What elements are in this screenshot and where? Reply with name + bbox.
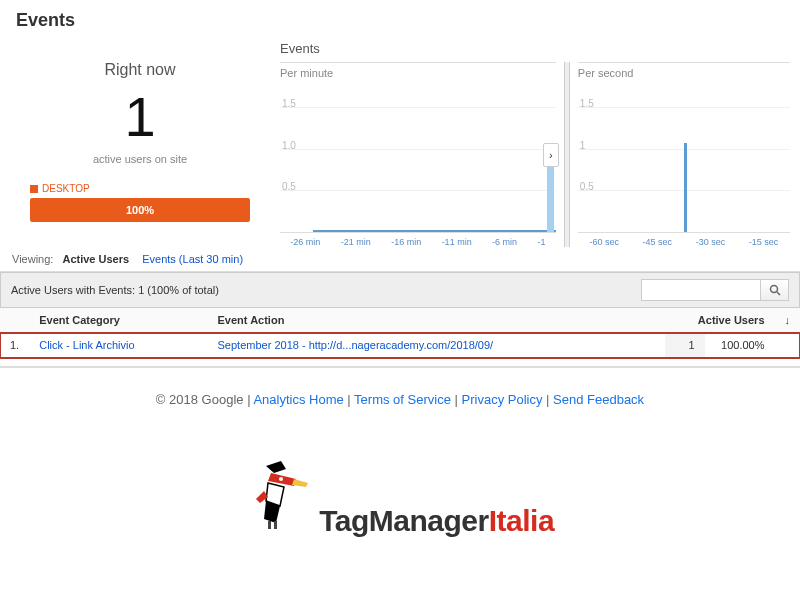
footer-copyright: © 2018 Google	[156, 392, 244, 407]
row-index: 1.	[0, 333, 29, 358]
viewing-label: Viewing:	[12, 253, 53, 265]
search-icon	[769, 284, 781, 296]
svg-point-0	[770, 286, 777, 293]
cell-users: 1	[665, 333, 705, 358]
baseline	[313, 230, 556, 232]
footer-link-analytics-home[interactable]: Analytics Home	[253, 392, 343, 407]
page-title: Events	[16, 10, 784, 31]
rightnow-title: Right now	[20, 61, 260, 79]
rightnow-count: 1	[20, 89, 260, 145]
chart-label: Per minute	[280, 63, 556, 83]
col-action[interactable]: Event Action	[208, 308, 665, 333]
svg-point-2	[279, 477, 283, 481]
svg-rect-3	[268, 521, 271, 529]
col-active-users[interactable]: Active Users	[665, 308, 775, 333]
svg-rect-4	[274, 521, 277, 529]
y-tick: 1	[580, 140, 586, 151]
brand-logo: TagManagerItalia	[0, 431, 800, 568]
rightnow-subtitle: active users on site	[20, 153, 260, 165]
bar-spike	[684, 143, 687, 232]
woodpecker-icon	[246, 451, 316, 531]
overview-row: Right now 1 active users on site DESKTOP…	[0, 41, 800, 247]
search-input[interactable]	[641, 279, 761, 301]
device-legend: DESKTOP	[30, 183, 260, 194]
charts-panel: Events Per minute 1.5 1.0 0.5 -26 min -2…	[280, 41, 790, 247]
chart-per-second: Per second 1.5 1 0.5 -60 sec -45 sec -30…	[578, 62, 790, 247]
y-tick: 1.0	[282, 140, 296, 151]
search-button[interactable]	[761, 279, 789, 301]
chart-label: Per second	[578, 63, 790, 83]
x-axis: -26 min -21 min -16 min -11 min -6 min -…	[280, 233, 556, 247]
chart-separator	[564, 62, 570, 247]
device-bar: 100%	[30, 198, 250, 222]
cell-action[interactable]: September 2018 - http://d...nageracademy…	[208, 333, 665, 358]
charts-title: Events	[280, 41, 790, 56]
tab-active-users[interactable]: Active Users	[62, 253, 129, 265]
cell-category[interactable]: Click - Link Archivio	[29, 333, 207, 358]
page-header: Events	[0, 0, 800, 41]
y-tick: 1.5	[282, 98, 296, 109]
sort-arrow-down-icon[interactable]: ↓	[785, 314, 791, 326]
summary-text: Active Users with Events: 1 (100% of tot…	[11, 284, 219, 296]
svg-line-1	[777, 292, 780, 295]
search-box	[641, 279, 789, 301]
footer: © 2018 Google | Analytics Home | Terms o…	[0, 366, 800, 431]
viewing-tabs: Viewing: Active Users Events (Last 30 mi…	[0, 247, 800, 272]
y-tick: 0.5	[282, 181, 296, 192]
footer-link-feedback[interactable]: Send Feedback	[553, 392, 644, 407]
events-table: Event Category Event Action Active Users…	[0, 308, 800, 358]
legend-swatch	[30, 185, 38, 193]
rightnow-panel: Right now 1 active users on site DESKTOP…	[10, 41, 270, 247]
cell-pct: 100.00%	[705, 333, 775, 358]
tab-events-30min[interactable]: Events (Last 30 min)	[142, 253, 243, 265]
col-category[interactable]: Event Category	[29, 308, 207, 333]
logo-text: TagManagerItalia	[319, 504, 554, 537]
footer-link-tos[interactable]: Terms of Service	[354, 392, 451, 407]
chart-per-minute: Per minute 1.5 1.0 0.5 -26 min -21 min -…	[280, 62, 556, 247]
device-label: DESKTOP	[42, 183, 90, 194]
chart-pager-next[interactable]: ›	[543, 143, 559, 167]
table-row[interactable]: 1. Click - Link Archivio September 2018 …	[0, 333, 800, 358]
summary-bar: Active Users with Events: 1 (100% of tot…	[0, 272, 800, 308]
footer-link-privacy[interactable]: Privacy Policy	[462, 392, 543, 407]
y-tick: 0.5	[580, 181, 594, 192]
y-tick: 1.5	[580, 98, 594, 109]
x-axis: -60 sec -45 sec -30 sec -15 sec	[578, 233, 790, 247]
